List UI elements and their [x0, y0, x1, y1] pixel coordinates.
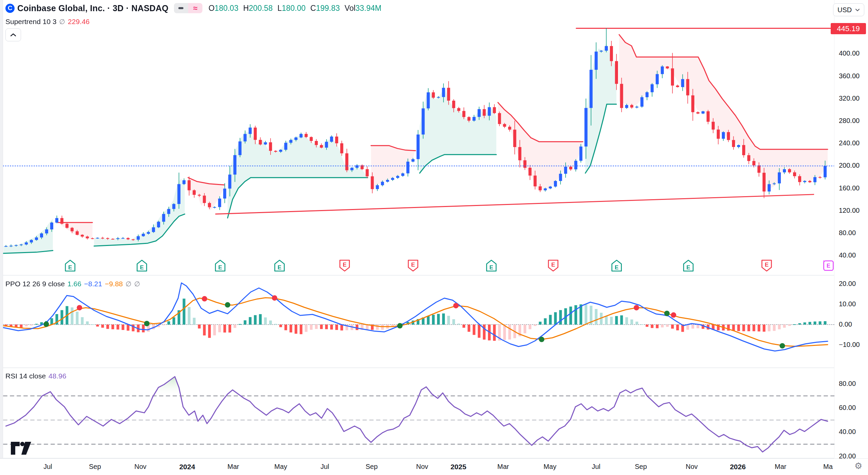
price-tick-label: 240.00	[839, 139, 860, 147]
time-axis-month-label: Sep	[635, 463, 647, 471]
approx-flag-icon[interactable]: ≈	[188, 3, 202, 13]
price-tick-label: 400.00	[839, 49, 860, 57]
ppo-legend[interactable]: PPO 12 26 9 close 1.66 −8.21 −9.88 ∅ ∅	[5, 280, 140, 288]
rsi-value: 48.96	[48, 372, 66, 380]
time-axis-month-label: Mar	[497, 463, 509, 471]
price-level-badge: 445.19	[831, 23, 866, 34]
time-axis-month-label: Sep	[89, 463, 101, 471]
price-tick-label: 120.00	[839, 207, 860, 214]
rsi-legend[interactable]: RSI 14 close 48.96	[5, 372, 66, 380]
rsi-tick-label: 80.00	[839, 380, 856, 388]
supertrend-title[interactable]: Supertrend 10 3	[5, 18, 57, 26]
time-axis-year-label: 2025	[451, 463, 467, 471]
ppo-signal-value: −9.88	[105, 280, 123, 288]
rsi-title[interactable]: RSI 14 close	[5, 372, 46, 380]
time-axis-month-label: Jul	[43, 463, 52, 471]
symbol-legend[interactable]: C Coinbase Global, Inc. · 3D · NASDAQ ≈ …	[5, 3, 381, 13]
price-tick-label: 80.00	[839, 229, 856, 237]
rsi-tick-label: 60.00	[839, 404, 856, 412]
supertrend-value: 229.46	[68, 18, 90, 26]
price-tick-label: 320.00	[839, 95, 860, 102]
ohlc-values: O180.03 H200.58 L180.00 C199.83 Vol33.94…	[209, 4, 381, 13]
time-axis-month-label: Mar	[228, 463, 239, 471]
ppo-hist-value: 1.66	[67, 280, 81, 288]
time-axis-month-label: Ma	[823, 463, 833, 471]
ppo-title[interactable]: PPO 12 26 9 close	[5, 280, 65, 288]
supertrend-legend[interactable]: Supertrend 10 3 ∅ 229.46	[5, 18, 90, 26]
chevron-down-icon	[855, 8, 860, 12]
rsi-tick-label: 40.00	[839, 428, 856, 436]
ppo-tick-label: 10.00	[839, 300, 856, 308]
time-axis-month-label: May	[274, 463, 287, 471]
high-label: H	[243, 4, 249, 13]
price-tick-label: 40.00	[839, 251, 856, 259]
hide-indicator-icon[interactable]: ∅	[134, 280, 140, 288]
time-axis-month-label: May	[544, 463, 556, 471]
price-tick-label: 360.00	[839, 72, 860, 80]
collapsed-toolbar-strip[interactable]	[0, 0, 3, 458]
price-tick-label: 200.00	[839, 162, 860, 169]
ppo-tick-label: 20.00	[839, 280, 856, 288]
minus-flag-icon[interactable]	[174, 3, 188, 13]
close-value: 199.83	[316, 4, 340, 13]
open-label: O	[209, 4, 215, 13]
time-axis-year-label: 2024	[179, 463, 195, 471]
time-axis-month-label: Jul	[592, 463, 600, 471]
close-label: C	[310, 4, 316, 13]
collapse-legend-button[interactable]	[5, 28, 21, 41]
time-axis-month-label: Jul	[320, 463, 329, 471]
price-tick-label: 160.00	[839, 184, 860, 192]
volume-label: Vol	[344, 4, 355, 13]
ppo-tick-label: −10.00	[839, 341, 860, 349]
low-label: L	[277, 4, 282, 13]
symbol-status-flags: ≈	[174, 3, 202, 13]
time-axis-month-label: Mar	[775, 463, 786, 471]
time-axis-month-label: Nov	[686, 463, 698, 471]
price-tick-label: 280.00	[839, 117, 860, 125]
gear-icon[interactable]: ⚙	[854, 461, 862, 471]
hide-indicator-icon[interactable]: ∅	[59, 18, 65, 26]
time-axis-month-label: Sep	[366, 463, 378, 471]
coinbase-logo-icon: C	[5, 4, 15, 13]
time-axis-month-label: Nov	[416, 463, 428, 471]
chart-canvas[interactable]	[0, 0, 868, 475]
open-value: 180.03	[215, 4, 238, 13]
price-axis[interactable]: 400.00360.00320.00280.00240.00200.00160.…	[834, 0, 868, 475]
volume-value: 33.94M	[355, 4, 381, 13]
symbol-title[interactable]: Coinbase Global, Inc. · 3D · NASDAQ	[17, 3, 169, 13]
ppo-line-value: −8.21	[84, 280, 102, 288]
time-axis[interactable]: ⚙ JulSepNov2024MarMayJulSepNov2025MarMay…	[0, 458, 868, 475]
time-axis-year-label: 2026	[730, 463, 746, 471]
chevron-up-icon	[10, 33, 16, 37]
low-value: 180.00	[282, 4, 305, 13]
hide-indicator-icon[interactable]: ∅	[125, 280, 131, 288]
tradingview-logo[interactable]	[10, 441, 32, 456]
high-value: 200.58	[249, 4, 273, 13]
currency-label: USD	[837, 6, 852, 14]
time-axis-month-label: Nov	[134, 463, 146, 471]
currency-selector[interactable]: USD	[833, 3, 864, 16]
chart-window: C Coinbase Global, Inc. · 3D · NASDAQ ≈ …	[0, 0, 868, 475]
ppo-tick-label: 0.00	[839, 321, 852, 328]
